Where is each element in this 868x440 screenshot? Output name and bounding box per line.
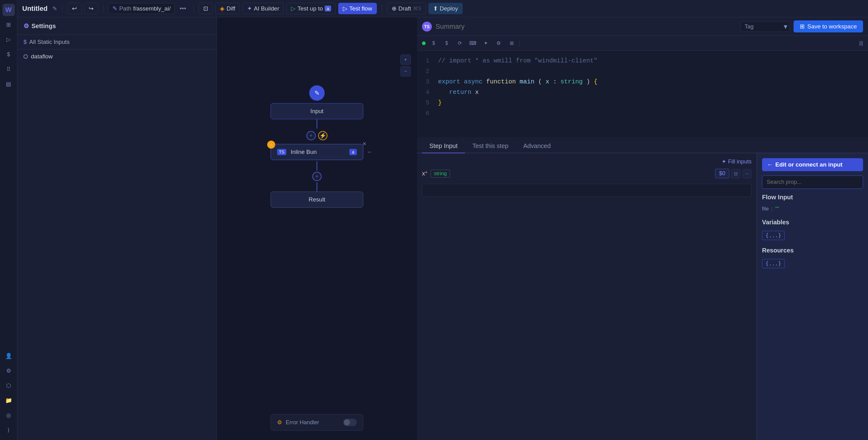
settings-icon: ⚙ xyxy=(6,368,11,374)
code-icon[interactable]: ⌨ xyxy=(468,38,477,48)
users-icon: 👤 xyxy=(5,353,12,359)
resources-item[interactable]: {...} xyxy=(762,257,863,270)
ts-badge: TS xyxy=(277,149,286,155)
eye-icon: ◎ xyxy=(6,412,11,419)
sidebar-item-play[interactable]: ▷ xyxy=(2,33,15,46)
variables-item[interactable]: {...} xyxy=(762,229,863,242)
connector-3 xyxy=(317,182,317,192)
tab-test-step[interactable]: Test this step xyxy=(465,139,516,153)
undo-button[interactable]: ↩ xyxy=(67,3,82,14)
static-inputs-icon: $ xyxy=(24,39,27,46)
gear-icon[interactable]: ⚙ xyxy=(494,38,503,48)
zoom-out-button[interactable]: − xyxy=(400,66,411,77)
sidebar-item-grid[interactable]: ⠿ xyxy=(2,63,15,76)
toolbar-separator-4 xyxy=(382,4,382,13)
close-icon[interactable]: ✕ xyxy=(362,141,366,147)
result-node[interactable]: Result xyxy=(271,192,363,208)
calendar-icon: ▤ xyxy=(6,81,11,87)
all-static-inputs-header[interactable]: $ All Static Inputs xyxy=(17,35,217,50)
dollar-icon-2[interactable]: $ xyxy=(442,38,452,48)
sidebar-item-users[interactable]: 👤 xyxy=(2,350,15,362)
dollar-icon-1[interactable]: $ xyxy=(429,38,439,48)
tag-select[interactable]: Tag xyxy=(740,21,790,32)
sidebar-item-calendar[interactable]: ▤ xyxy=(2,78,15,90)
connect-search-input[interactable] xyxy=(762,176,863,189)
flow-input-file-item[interactable]: file : "" xyxy=(762,204,863,214)
diff-icon: ◈ xyxy=(220,5,224,12)
sidebar-item-apps[interactable]: ⬡ xyxy=(2,379,15,392)
draft-button[interactable]: ⊕ Draft ⌘S xyxy=(387,3,426,14)
tab-step-input[interactable]: Step Input xyxy=(422,139,465,153)
code-line-2: 2 xyxy=(417,66,868,77)
editor-topbar: TS Tag ▾ ⊞ Save to workspace xyxy=(417,17,868,36)
zoom-in-button[interactable]: + xyxy=(400,54,411,65)
deploy-button[interactable]: ⬆ Deploy xyxy=(428,3,463,14)
save-to-workspace-button[interactable]: ⊞ Save to workspace xyxy=(794,20,863,32)
code-line-5: 5 } xyxy=(417,98,868,108)
sidebar-logo[interactable]: W xyxy=(2,4,15,16)
inline-bun-wrapper: ⚠ TS Inline Bun a ↔ ✕ xyxy=(271,144,363,160)
code-toolbar: $ $ ⟳ ⌨ ✦ ⚙ ⊞ ||| xyxy=(417,36,868,51)
sidebar: W ⊞ ▷ $ ⠿ ▤ 👤 ⚙ ⬡ 📁 ◎ ⟩ xyxy=(0,0,17,440)
toolbar-separator-2 xyxy=(103,4,103,13)
inline-bun-node[interactable]: ⚠ TS Inline Bun a xyxy=(271,144,363,160)
resources-section-title: Resources xyxy=(762,247,863,254)
toolbar: Untitled ✎ ↩ ↪ ✎ Path f/assembly_ai/ •••… xyxy=(17,0,868,17)
code-line-4: 4 return x xyxy=(417,87,868,98)
path-selector[interactable]: ✎ Path f/assembly_ai/ xyxy=(108,3,175,14)
tab-advanced[interactable]: Advanced xyxy=(516,139,558,153)
play-icon: ▷ xyxy=(6,36,11,43)
flow-top-icon: ✎ xyxy=(309,85,324,101)
diff-button[interactable]: ◈ Diff xyxy=(215,3,240,14)
sidebar-item-dollar[interactable]: $ xyxy=(2,48,15,61)
add-step-button-2[interactable]: ⚡ xyxy=(318,131,328,140)
ai-builder-button[interactable]: ✦ AI Builder xyxy=(243,3,284,14)
error-handler[interactable]: ⚙ Error Handler xyxy=(271,414,363,431)
dataflow-item[interactable]: dataflow xyxy=(17,50,217,64)
fill-inputs-icon: ✦ xyxy=(721,158,726,165)
canvas[interactable]: + − ✎ Input + ⚡ ⚠ TS Inline Bun a xyxy=(217,17,417,440)
sidebar-item-settings[interactable]: ⚙ xyxy=(2,364,15,377)
input-ctrl-btn-1[interactable]: ⊡ xyxy=(731,169,740,178)
path-value: f/assembly_ai/ xyxy=(133,5,170,12)
save-icon: ⊞ xyxy=(800,23,805,30)
dataflow-dot xyxy=(24,54,28,59)
sidebar-item-home[interactable]: ⊞ xyxy=(2,19,15,31)
bars-icon[interactable]: ||| xyxy=(859,40,863,46)
step-input-area: ✦ Fill inputs x* string $0 ⊡ → ← xyxy=(417,153,868,440)
summary-input[interactable] xyxy=(436,23,737,31)
fill-inputs-button[interactable]: ✦ Fill inputs xyxy=(721,158,751,165)
code-editor[interactable]: 1 // import * as wmill from "windmill-cl… xyxy=(417,51,868,137)
warning-icon: ⚠ xyxy=(267,141,275,149)
redo-button[interactable]: ↪ xyxy=(84,3,98,14)
more-options-button[interactable]: ••• xyxy=(177,4,188,13)
refresh-icon[interactable]: ⟳ xyxy=(455,38,465,48)
settings-header[interactable]: ⚙ Settings xyxy=(17,17,217,35)
sidebar-expand[interactable]: ⟩ xyxy=(2,424,15,436)
viewport-button[interactable]: ⊡ xyxy=(198,3,213,14)
input-text-field-x[interactable] xyxy=(422,184,751,197)
settings-icon: ⚙ xyxy=(24,22,29,30)
input-ctrl-btn-2[interactable]: → xyxy=(742,169,751,178)
left-panel: ⚙ Settings $ All Static Inputs dataflow xyxy=(17,17,217,440)
sidebar-item-folder[interactable]: 📁 xyxy=(2,394,15,407)
hash-icon[interactable]: ⊞ xyxy=(506,38,517,48)
code-line-6: 6 xyxy=(417,108,868,119)
add-step-button-1[interactable]: + xyxy=(306,131,316,140)
canvas-controls: + − xyxy=(400,54,411,77)
error-handler-toggle[interactable] xyxy=(343,419,357,426)
add-step-row-1: + ⚡ xyxy=(306,130,328,142)
viewport-icon: ⊡ xyxy=(203,5,208,12)
test-up-to-button[interactable]: ▷ Test up to a xyxy=(286,3,336,14)
input-type-badge: string xyxy=(431,170,451,178)
dollar-value-button[interactable]: $0 xyxy=(715,169,729,178)
editor-panel: TS Tag ▾ ⊞ Save to workspace $ $ ⟳ ⌨ ✦ ⚙… xyxy=(417,17,868,440)
sidebar-item-eye[interactable]: ◎ xyxy=(2,409,15,421)
test-flow-button[interactable]: ▷ Test flow xyxy=(338,3,377,14)
connector-1 xyxy=(317,119,317,128)
path-label: Path xyxy=(119,5,131,12)
edit-icon[interactable]: ✎ xyxy=(53,5,57,12)
add-step-button-3[interactable]: + xyxy=(312,172,321,181)
input-node[interactable]: Input xyxy=(271,103,363,119)
wand-icon[interactable]: ✦ xyxy=(480,38,491,48)
